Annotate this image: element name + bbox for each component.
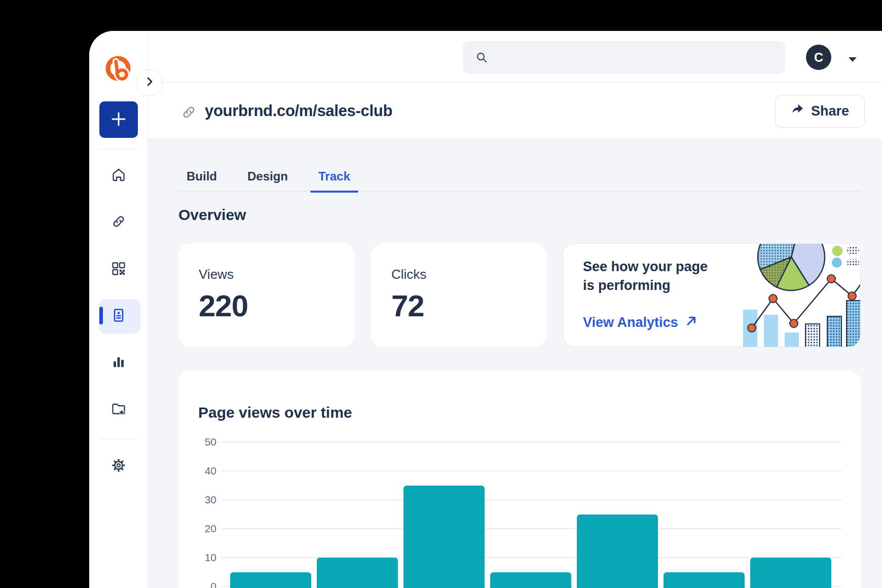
legend-dot-blue [832, 258, 842, 268]
bar[interactable] [750, 558, 831, 588]
gridline [221, 499, 841, 500]
link-icon [111, 213, 127, 232]
sidebar-item-qr-codes[interactable] [111, 262, 127, 278]
views-label: Views [199, 267, 234, 282]
gridline [221, 528, 841, 529]
avatar[interactable]: C [806, 45, 831, 70]
sidebar-item-home[interactable] [111, 168, 127, 184]
page-toolbar: yourbrnd.co/m/sales-club Share [148, 83, 882, 139]
app-window: C yourbrnd.co/m/sales-club [89, 31, 882, 588]
y-tick-label: 0 [178, 580, 216, 588]
sidebar-item-links[interactable] [111, 214, 127, 231]
clicks-label: Clicks [391, 267, 426, 282]
pie-chart-illustration [758, 244, 825, 290]
view-analytics-label: View Analytics [583, 315, 678, 330]
chevron-right-icon [144, 76, 155, 89]
tab-track[interactable]: Track [310, 164, 358, 192]
y-tick-label: 40 [178, 464, 216, 477]
bar[interactable] [490, 572, 571, 588]
avatar-initial: C [814, 50, 823, 65]
gridline [221, 470, 841, 471]
y-tick-label: 10 [178, 551, 216, 564]
sidebar-collapse-button[interactable] [136, 69, 163, 96]
view-analytics-link[interactable]: View Analytics [583, 315, 697, 330]
page-views-chart-card: Page views over time 50403020100 [178, 371, 861, 588]
sidebar-item-analytics[interactable] [111, 355, 127, 371]
bar[interactable] [403, 486, 485, 588]
tab-bar: Build Design Track [178, 164, 861, 192]
sidebar-divider-top [99, 149, 138, 150]
sidebar-item-pages[interactable] [111, 308, 127, 324]
gridline [221, 557, 841, 558]
sidebar [89, 31, 148, 588]
tab-track-label: Track [318, 169, 350, 183]
views-value: 220 [199, 287, 248, 325]
section-heading: Overview [178, 206, 246, 224]
y-tick-label: 50 [178, 435, 216, 449]
top-bar: C [148, 31, 882, 83]
tab-design-label: Design [247, 169, 288, 183]
landing-page-icon [111, 307, 127, 325]
bar[interactable] [317, 558, 398, 588]
gridline [221, 442, 841, 443]
qr-code-icon [111, 261, 127, 279]
search-box [463, 41, 785, 74]
bar[interactable] [664, 572, 745, 588]
views-stat-card: Views 220 [178, 243, 355, 347]
content-area: Build Design Track Overview Views 220 Cl… [148, 139, 882, 588]
clicks-stat-card: Clicks 72 [371, 243, 546, 347]
share-icon [791, 103, 804, 120]
sidebar-item-campaigns[interactable] [111, 402, 127, 418]
promo-title-line2: is performing [583, 276, 671, 295]
promo-title-line1: See how your page [583, 258, 708, 276]
clicks-value: 72 [391, 287, 424, 325]
bar[interactable] [230, 572, 311, 588]
chart-plot: 50403020100 [178, 371, 861, 588]
bitly-logo [104, 54, 133, 84]
bar[interactable] [577, 514, 658, 588]
page-title: yourbrnd.co/m/sales-club [205, 99, 392, 123]
share-label: Share [811, 103, 849, 119]
active-item-indicator [99, 307, 103, 324]
external-arrow-icon [685, 315, 697, 330]
analytics-promo-card: See how your page is performing View Ana… [563, 243, 861, 347]
search-input[interactable] [494, 41, 777, 74]
share-button[interactable]: Share [775, 95, 865, 128]
tab-build[interactable]: Build [178, 164, 225, 192]
create-new-button[interactable] [99, 101, 138, 138]
sidebar-item-settings[interactable] [111, 458, 127, 474]
chain-link-icon [180, 104, 197, 123]
search-icon [475, 51, 489, 66]
sidebar-divider-bottom [99, 438, 138, 439]
folder-star-icon [111, 401, 127, 419]
analytics-illustration [718, 244, 860, 347]
bar-chart-icon [111, 354, 127, 372]
tab-build-label: Build [187, 169, 217, 183]
legend-dot-green [832, 246, 843, 256]
account-menu-chevron-down-icon[interactable] [848, 55, 857, 64]
y-tick-label: 30 [178, 493, 216, 506]
y-tick-label: 20 [178, 522, 216, 535]
mini-bars-illustration [743, 301, 860, 347]
screen: { "header": { "search": { "placeholder":… [0, 0, 882, 588]
plus-icon [110, 111, 127, 129]
home-icon [111, 167, 127, 185]
active-tab-underline [310, 191, 358, 193]
tab-design[interactable]: Design [239, 164, 296, 192]
main-area: C yourbrnd.co/m/sales-club [148, 31, 882, 588]
gear-icon [111, 457, 127, 475]
